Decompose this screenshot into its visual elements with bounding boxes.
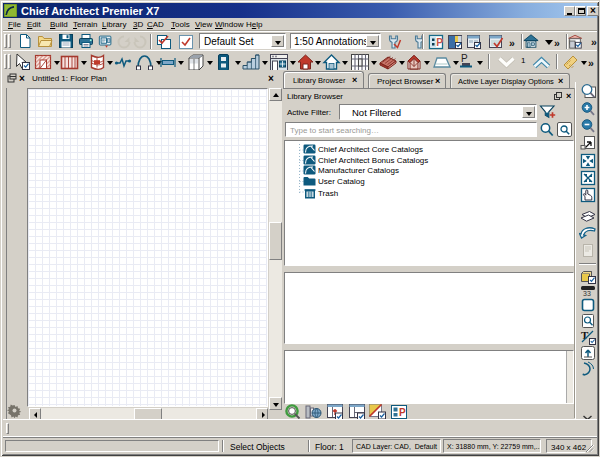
svg-text:P: P bbox=[461, 53, 468, 64]
svg-text:33: 33 bbox=[583, 290, 591, 297]
svg-text:P: P bbox=[436, 37, 443, 48]
svg-text:P: P bbox=[399, 407, 406, 418]
